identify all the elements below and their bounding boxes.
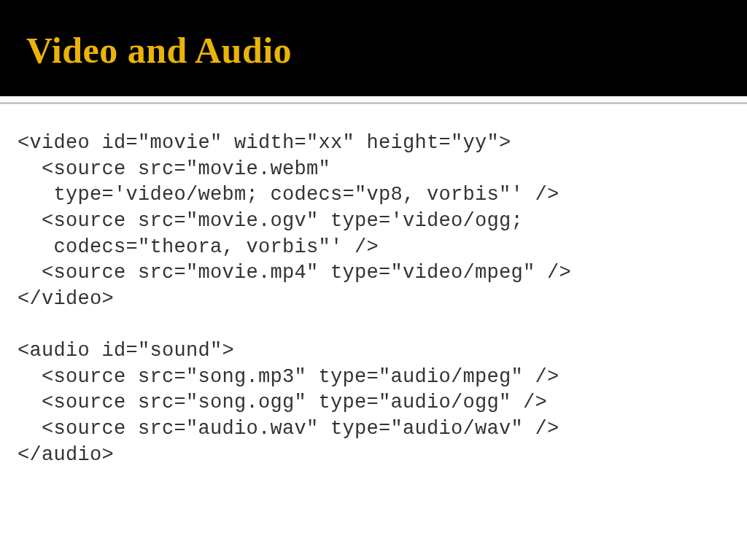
code-line: <source src="movie.ogv" type='video/ogg; — [18, 209, 729, 235]
code-line: <source src="movie.mp4" type="video/mpeg… — [18, 260, 729, 287]
code-line: <source src="movie.webm" — [18, 157, 729, 183]
slide-title: Video and Audio — [26, 29, 747, 71]
code-line: <source src="song.ogg" type="audio/ogg" … — [18, 390, 729, 416]
code-line: <audio id="sound"> — [18, 338, 729, 365]
slide-container: Video and Audio <video id="movie" width=… — [0, 0, 747, 560]
code-line: type='video/webm; codecs="vp8, vorbis"' … — [18, 182, 729, 209]
slide-content: <video id="movie" width="xx" height="yy"… — [0, 104, 747, 560]
code-block: <video id="movie" width="xx" height="yy"… — [18, 131, 729, 468]
code-line — [18, 312, 729, 338]
code-line: <video id="movie" width="xx" height="yy"… — [18, 131, 729, 157]
code-line: </video> — [18, 287, 729, 313]
title-bar: Video and Audio — [0, 0, 747, 96]
code-line: codecs="theora, vorbis"' /> — [18, 235, 729, 261]
code-line: <source src="song.mp3" type="audio/mpeg"… — [18, 365, 729, 391]
code-line: </audio> — [18, 443, 729, 469]
code-line: <source src="audio.wav" type="audio/wav"… — [18, 416, 729, 443]
